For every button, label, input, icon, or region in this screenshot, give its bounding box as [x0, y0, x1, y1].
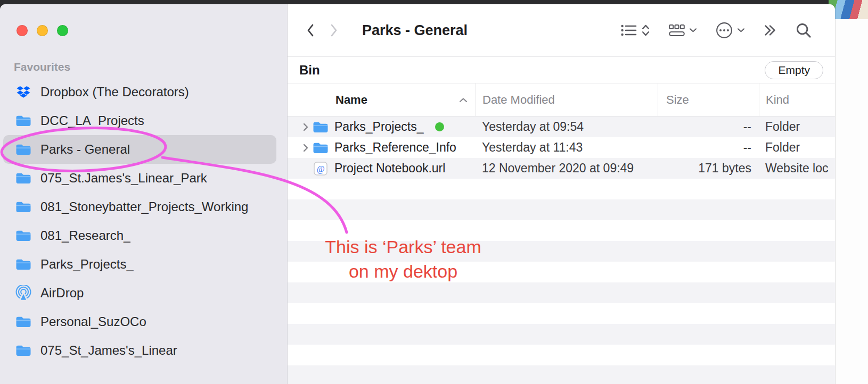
file-date-modified: Yesterday at 09:54	[476, 120, 658, 134]
column-header-name[interactable]: Name	[288, 84, 476, 116]
folder-icon	[15, 172, 32, 185]
window-controls	[17, 25, 68, 36]
group-by-control[interactable]	[669, 24, 697, 37]
file-name: Project Notebook.url	[334, 161, 445, 176]
sidebar-item-dcc-la-projects[interactable]: DCC_LA_Projects	[3, 106, 276, 135]
sidebar-item-081-stoneybatter[interactable]: 081_Stoneybatter_Projects_Working	[3, 193, 276, 221]
sidebar-item-dropbox[interactable]: Dropbox (The Decorators)	[3, 78, 276, 106]
sidebar-item-airdrop[interactable]: AirDrop	[3, 279, 276, 307]
file-date-modified: 12 November 2020 at 09:49	[476, 161, 658, 176]
folder-icon	[15, 315, 32, 328]
ellipsis-circle-icon	[716, 22, 733, 39]
view-control	[621, 24, 650, 37]
file-size: 171 bytes	[658, 161, 759, 176]
file-name: Parks_Projects_	[334, 120, 423, 134]
webloc-icon	[312, 162, 329, 176]
file-name: Parks_Reference_Info	[334, 140, 456, 155]
sidebar-item-label: 075_St_James's_Linear	[40, 343, 177, 358]
sidebar-item-label: DCC_LA_Projects	[40, 113, 144, 128]
file-kind: Folder	[759, 140, 835, 155]
zoom-button[interactable]	[57, 25, 68, 36]
sidebar-item-label: Parks_Projects_	[40, 257, 134, 272]
sidebar-item-label: Parks - General	[40, 142, 130, 157]
sidebar-item-081-research[interactable]: 081_Research_	[3, 221, 276, 250]
chevron-down-icon	[690, 28, 697, 32]
sidebar-item-label: 081_Stoneybatter_Projects_Working	[40, 199, 248, 214]
sidebar-section-label: Favourites	[14, 61, 70, 73]
file-list: Parks_Projects_ Yesterday at 09:54 -- Fo…	[288, 116, 835, 384]
folder-icon	[15, 114, 32, 127]
column-header-size[interactable]: Size	[658, 84, 759, 116]
group-header-bin: Bin Empty	[288, 57, 835, 84]
sidebar-item-075-st-james-linear[interactable]: 075_St_James's_Linear	[3, 336, 276, 365]
desktop: Favourites Dropbox (The Decorators) DCC_…	[0, 0, 868, 384]
back-button[interactable]	[307, 24, 314, 37]
sidebar-item-personal-suzoco[interactable]: Personal_SuzOCo	[3, 307, 276, 336]
sort-ascending-icon	[460, 98, 467, 102]
list-header: Name Date Modified Size Kind	[288, 84, 835, 116]
folder-icon	[312, 121, 329, 133]
sidebar-item-label: 081_Research_	[40, 228, 130, 243]
file-date-modified: Yesterday at 11:43	[476, 140, 658, 155]
folder-icon	[15, 258, 32, 271]
sidebar-items: Dropbox (The Decorators) DCC_LA_Projects…	[0, 78, 287, 365]
search-icon[interactable]	[796, 22, 812, 38]
sidebar-item-parks-projects[interactable]: Parks_Projects_	[3, 250, 276, 279]
list-view-icon[interactable]	[621, 24, 637, 37]
bin-group-label: Bin	[299, 63, 320, 78]
file-size: --	[658, 140, 759, 155]
table-row[interactable]: Parks_Projects_ Yesterday at 09:54 -- Fo…	[288, 116, 835, 137]
dropbox-icon	[15, 86, 32, 98]
folder-icon	[312, 141, 329, 154]
sidebar-item-075-st-james-linear-park[interactable]: 075_St.James's_Linear_Park	[3, 164, 276, 193]
folder-icon	[15, 201, 32, 213]
main-pane: Parks - General	[288, 4, 835, 384]
file-kind: Folder	[759, 120, 835, 134]
minimise-button[interactable]	[37, 25, 48, 36]
folder-icon	[15, 229, 32, 242]
table-row[interactable]: Parks_Reference_Info Yesterday at 11:43 …	[288, 137, 835, 158]
sidebar-item-label: Dropbox (The Decorators)	[40, 85, 189, 99]
disclosure-chevron-icon[interactable]	[299, 123, 312, 131]
toolbar: Parks - General	[288, 4, 835, 57]
close-button[interactable]	[17, 25, 28, 36]
file-kind: Website loc	[759, 161, 835, 176]
finder-window: Favourites Dropbox (The Decorators) DCC_…	[0, 4, 835, 384]
forward-button[interactable]	[330, 24, 338, 37]
green-tag-icon	[435, 122, 444, 131]
sidebar-item-parks-general[interactable]: Parks - General	[3, 135, 276, 164]
disclosure-chevron-icon[interactable]	[299, 144, 312, 152]
more-options-control[interactable]	[716, 22, 744, 39]
column-header-kind[interactable]: Kind	[759, 84, 835, 116]
sort-toggle-icon[interactable]	[642, 24, 650, 37]
chevron-down-icon	[738, 28, 744, 32]
sidebar-item-label: 075_St.James's_Linear_Park	[40, 171, 207, 186]
sidebar: Favourites Dropbox (The Decorators) DCC_…	[0, 4, 288, 384]
folder-icon	[15, 143, 32, 156]
file-size: --	[658, 120, 759, 134]
show-more-toolbar-icon[interactable]	[764, 24, 776, 37]
column-header-date-modified[interactable]: Date Modified	[476, 84, 658, 116]
folder-icon	[15, 344, 32, 357]
empty-bin-button[interactable]: Empty	[765, 61, 823, 79]
table-row[interactable]: Project Notebook.url 12 November 2020 at…	[288, 158, 835, 179]
window-title: Parks - General	[362, 22, 468, 39]
sidebar-item-label: AirDrop	[40, 286, 84, 300]
airdrop-icon	[15, 285, 32, 301]
sidebar-item-label: Personal_SuzOCo	[40, 314, 146, 329]
group-by-icon	[669, 24, 685, 37]
